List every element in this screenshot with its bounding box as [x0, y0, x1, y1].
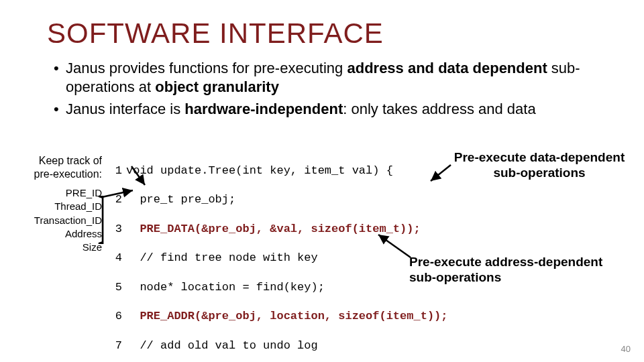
arrow-icon: [101, 188, 138, 204]
svg-line-3: [378, 235, 411, 257]
struct-fields: PRE_ID Thread_ID Transaction_ID Address …: [1, 186, 102, 254]
code-line-highlight: PRE_ADDR(&pre_obj, location, sizeof(item…: [140, 310, 447, 322]
svg-line-0: [131, 166, 145, 185]
left-label-1: Keep track of: [1, 154, 102, 168]
bullet-2: Janus interface is hardware-independent:…: [54, 100, 617, 119]
bullet-list: Janus provides functions for pre-executi…: [54, 59, 617, 119]
svg-line-1: [102, 190, 133, 197]
arrow-icon: [374, 232, 415, 264]
line-number: 3: [105, 222, 122, 237]
field-thread-id: Thread_ID: [1, 200, 102, 213]
line-number: 6: [105, 309, 122, 324]
page-number: 40: [621, 344, 631, 354]
code-line: // find tree node with key: [140, 251, 317, 264]
svg-line-2: [431, 165, 451, 181]
slide-title: SOFTWARE INTERFACE: [47, 17, 617, 50]
left-label-2: pre-execution:: [1, 168, 102, 181]
callout-data-dependent: Pre-execute data-dependent sub-operation…: [439, 150, 640, 181]
field-pre-id: PRE_ID: [1, 186, 102, 200]
field-size: Size: [1, 241, 102, 254]
field-address: Address: [1, 227, 102, 241]
bullet-1: Janus provides functions for pre-executi…: [54, 59, 617, 96]
line-number: 5: [105, 280, 122, 295]
code-line: node* location = find(key);: [140, 281, 324, 294]
code-line: pre_t pre_obj;: [140, 193, 235, 206]
code-line: void update.Tree(int key, item_t val) {: [126, 164, 393, 177]
code-line: // add old val to undo log: [140, 339, 317, 352]
field-transaction-id: Transaction_ID: [1, 214, 102, 227]
line-number: 4: [105, 251, 122, 265]
callout-address-dependent: Pre-execute address-dependent sub-operat…: [409, 255, 637, 286]
arrow-icon: [428, 162, 455, 188]
line-number: 1: [105, 164, 122, 178]
left-annotation: Keep track of pre-execution: PRE_ID Thre…: [1, 154, 102, 254]
line-number: 7: [105, 339, 122, 353]
